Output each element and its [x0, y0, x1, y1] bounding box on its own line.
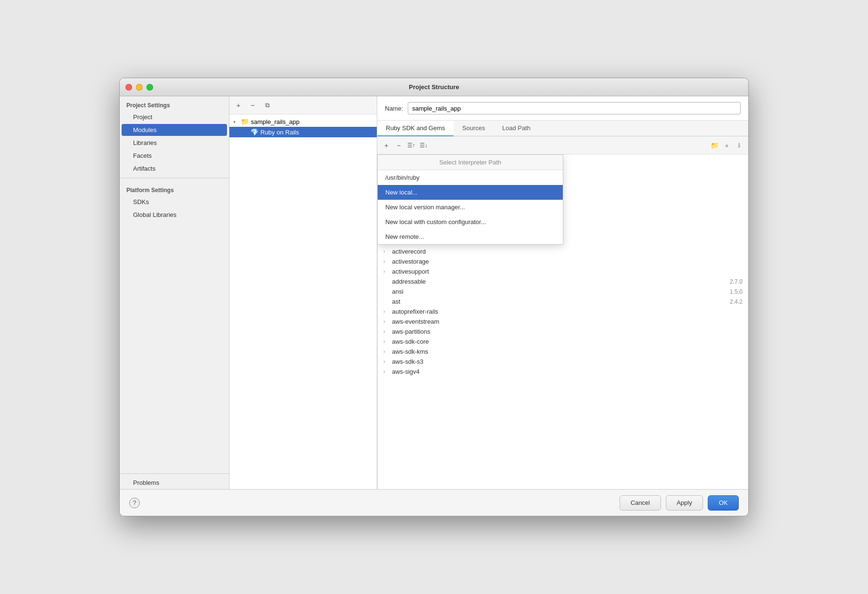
- gem-version: 2.4.2: [730, 298, 743, 305]
- maximize-button[interactable]: [146, 84, 153, 91]
- tab-load-path[interactable]: Load Path: [494, 121, 539, 136]
- sidebar-divider: [120, 178, 229, 178]
- sdk-remove-button[interactable]: −: [393, 140, 404, 151]
- dropdown-item-new-local-version[interactable]: New local version manager...: [378, 200, 563, 215]
- chevron-right-icon: ›: [383, 309, 389, 314]
- tree-remove-button[interactable]: −: [248, 100, 258, 111]
- list-item[interactable]: ›autoprefixer-rails: [378, 307, 748, 317]
- gem-name: ast: [392, 298, 727, 305]
- list-item[interactable]: ›aws-sdk-s3: [378, 357, 748, 367]
- tree-node-root[interactable]: ▾ 📁 sample_rails_app: [229, 116, 377, 127]
- window-title: Project Structure: [409, 83, 459, 91]
- sidebar-item-modules[interactable]: Modules: [122, 124, 227, 136]
- sdk-download-button[interactable]: ⬇: [734, 140, 744, 151]
- chevron-right-icon: ›: [383, 339, 389, 344]
- project-settings-label: Project Settings: [120, 96, 229, 111]
- main-content: Project Settings Project Modules Librari…: [120, 96, 748, 489]
- list-item[interactable]: ›activerecord: [378, 246, 748, 256]
- tree-panel: + − ⧉ ▾ 📁 sample_rails_app 💎 Ru: [229, 96, 377, 489]
- dropdown-item-new-remote[interactable]: New remote...: [378, 229, 563, 244]
- sdk-folder-button[interactable]: 📁: [709, 140, 720, 151]
- chevron-right-icon: ›: [383, 259, 389, 264]
- sidebar-item-project[interactable]: Project: [122, 111, 227, 123]
- sdk-move-up-button[interactable]: ☰↑: [406, 140, 416, 151]
- dropdown-header: Select Interpreter Path: [378, 155, 563, 170]
- list-item[interactable]: ›aws-sdk-kms: [378, 347, 748, 357]
- gem-name: aws-eventstream: [392, 318, 743, 325]
- list-item[interactable]: ast2.4.2: [378, 297, 748, 307]
- name-input[interactable]: [408, 102, 741, 114]
- list-item[interactable]: ›aws-sigv4: [378, 367, 748, 377]
- sdk-toolbar: + − ☰↑ ☰↓ 📁 ● ⬇: [377, 136, 748, 154]
- tree-node-ruby-on-rails[interactable]: 💎 Ruby on Rails: [229, 127, 377, 137]
- tree-child-label: Ruby on Rails: [260, 129, 299, 136]
- chevron-down-icon: ▾: [233, 119, 239, 124]
- gem-name: activerecord: [392, 248, 743, 255]
- gem-name: autoprefixer-rails: [392, 308, 743, 315]
- gem-name: aws-sdk-core: [392, 338, 743, 345]
- right-panel: Name: Ruby SDK and Gems Sources Load Pat…: [377, 96, 748, 489]
- sidebar-bottom-divider: [120, 473, 229, 474]
- chevron-right-icon: ›: [383, 349, 389, 354]
- bottom-bar: ? Cancel Apply OK: [120, 489, 748, 516]
- name-label: Name:: [385, 105, 403, 112]
- gem-name: activesupport: [392, 268, 743, 275]
- chevron-right-icon: ›: [383, 329, 389, 334]
- tabs-bar: Ruby SDK and Gems Sources Load Path: [377, 121, 748, 136]
- gem-version: 2.7.0: [730, 278, 743, 285]
- tree-copy-button[interactable]: ⧉: [262, 100, 272, 111]
- chevron-right-icon: ›: [383, 369, 389, 374]
- list-item[interactable]: ›aws-eventstream: [378, 317, 748, 327]
- sdk-circle-button[interactable]: ●: [722, 140, 732, 151]
- chevron-right-icon: ›: [383, 359, 389, 364]
- list-item[interactable]: ›activesupport: [378, 266, 748, 277]
- platform-settings-label: Platform Settings: [120, 181, 229, 195]
- window-controls: [125, 84, 153, 91]
- chevron-right-icon: ›: [383, 249, 389, 254]
- gem-name: ansi: [392, 288, 727, 295]
- chevron-right-icon: ›: [383, 269, 389, 274]
- cancel-button[interactable]: Cancel: [620, 495, 661, 511]
- gem-name: activestorage: [392, 258, 743, 265]
- list-item[interactable]: addressable2.7.0: [378, 277, 748, 287]
- sidebar: Project Settings Project Modules Librari…: [120, 96, 229, 489]
- gem-name: aws-sdk-kms: [392, 348, 743, 355]
- interpreter-dropdown: Select Interpreter Path /usr/bin/ruby Ne…: [377, 154, 563, 245]
- sdk-move-down-button[interactable]: ☰↓: [418, 140, 429, 151]
- sidebar-item-artifacts[interactable]: Artifacts: [122, 163, 227, 174]
- dropdown-item-new-local[interactable]: New local...: [378, 185, 563, 200]
- list-item[interactable]: ›aws-partitions: [378, 327, 748, 337]
- bottom-actions: Cancel Apply OK: [620, 495, 739, 511]
- gem-name: aws-sigv4: [392, 368, 743, 375]
- tree-content: ▾ 📁 sample_rails_app 💎 Ruby on Rails: [229, 114, 377, 489]
- apply-button[interactable]: Apply: [666, 495, 703, 511]
- dropdown-item-usr-bin-ruby[interactable]: /usr/bin/ruby: [378, 170, 563, 185]
- list-item[interactable]: ›activestorage: [378, 256, 748, 266]
- tree-add-button[interactable]: +: [233, 100, 244, 111]
- sidebar-item-global-libraries[interactable]: Global Libraries: [122, 209, 227, 221]
- gem-name: addressable: [392, 278, 727, 285]
- sdk-content: Select Interpreter Path /usr/bin/ruby Ne…: [377, 154, 748, 489]
- chevron-right-icon: ›: [383, 319, 389, 324]
- project-structure-window: Project Structure Project Settings Proje…: [119, 78, 749, 516]
- list-item[interactable]: ›aws-sdk-core: [378, 337, 748, 347]
- title-bar: Project Structure: [120, 78, 748, 96]
- tree-toolbar: + − ⧉: [229, 96, 377, 114]
- close-button[interactable]: [125, 84, 132, 91]
- name-bar: Name:: [377, 96, 748, 121]
- tree-root-label: sample_rails_app: [251, 118, 300, 125]
- sidebar-item-facets[interactable]: Facets: [122, 150, 227, 162]
- sidebar-item-libraries[interactable]: Libraries: [122, 137, 227, 149]
- list-item[interactable]: ansi1.5.0: [378, 287, 748, 297]
- gem-version: 1.5.0: [730, 288, 743, 295]
- sidebar-item-problems[interactable]: Problems: [122, 477, 227, 489]
- sdk-add-button[interactable]: +: [381, 140, 392, 151]
- sidebar-item-sdks[interactable]: SDKs: [122, 196, 227, 208]
- minimize-button[interactable]: [136, 84, 143, 91]
- gem-name: aws-sdk-s3: [392, 358, 743, 365]
- dropdown-item-new-local-custom[interactable]: New local with custom configurator...: [378, 215, 563, 229]
- ok-button[interactable]: OK: [708, 495, 739, 511]
- tab-ruby-sdk[interactable]: Ruby SDK and Gems: [377, 121, 454, 136]
- tab-sources[interactable]: Sources: [454, 121, 494, 136]
- help-button[interactable]: ?: [129, 498, 140, 508]
